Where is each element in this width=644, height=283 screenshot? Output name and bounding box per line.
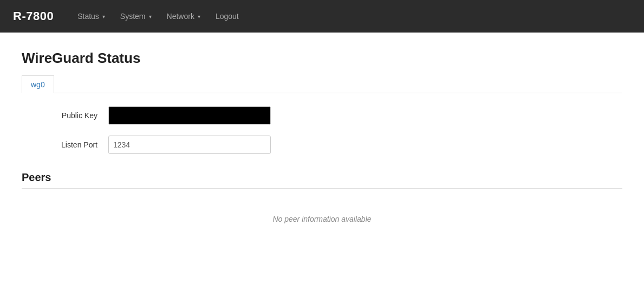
listen-port-row: Listen Port 1234 bbox=[22, 136, 401, 154]
chevron-down-icon: ▾ bbox=[149, 14, 152, 20]
chevron-down-icon: ▾ bbox=[102, 14, 105, 20]
nav-label-network: Network bbox=[167, 12, 194, 21]
public-key-box bbox=[108, 106, 271, 125]
chevron-down-icon: ▾ bbox=[198, 14, 200, 20]
navbar-nav: Status ▾ System ▾ Network ▾ Logout bbox=[71, 8, 245, 25]
navbar-brand: R-7800 bbox=[13, 9, 54, 23]
navbar: R-7800 Status ▾ System ▾ Network ▾ Logou… bbox=[0, 0, 644, 33]
nav-item-status[interactable]: Status ▾ bbox=[71, 8, 112, 25]
public-key-row: Public Key bbox=[22, 106, 401, 125]
public-key-label: Public Key bbox=[22, 111, 108, 120]
page-title: WireGuard Status bbox=[22, 50, 622, 67]
nav-item-network[interactable]: Network ▾ bbox=[160, 8, 207, 25]
tab-wg0[interactable]: wg0 bbox=[22, 75, 54, 93]
public-key-value bbox=[108, 106, 271, 125]
peers-divider bbox=[22, 188, 622, 189]
peers-section: Peers No peer information available bbox=[22, 171, 622, 236]
nav-item-logout[interactable]: Logout bbox=[209, 8, 245, 25]
nav-label-status: Status bbox=[77, 12, 99, 21]
listen-port-label: Listen Port bbox=[22, 140, 108, 149]
nav-label-system: System bbox=[120, 12, 146, 21]
nav-item-system[interactable]: System ▾ bbox=[114, 8, 158, 25]
tabs-container: wg0 bbox=[22, 75, 622, 93]
no-peers-message: No peer information available bbox=[22, 202, 622, 236]
nav-label-logout: Logout bbox=[216, 12, 239, 21]
form-section: Public Key Listen Port 1234 bbox=[22, 106, 622, 154]
main-content: WireGuard Status wg0 Public Key Listen P… bbox=[0, 33, 644, 254]
listen-port-value: 1234 bbox=[108, 136, 271, 154]
peers-title: Peers bbox=[22, 171, 622, 184]
listen-port-box: 1234 bbox=[108, 136, 271, 154]
